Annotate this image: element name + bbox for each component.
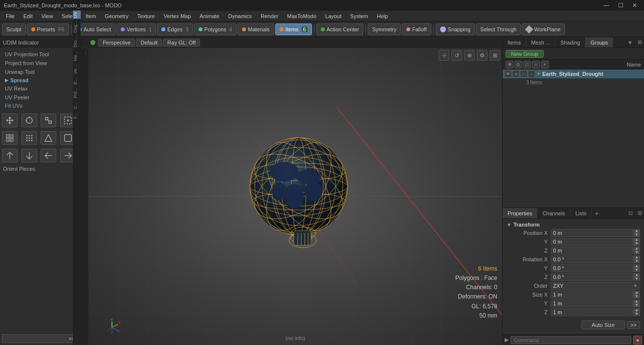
tab-shading[interactable]: Shading	[555, 37, 585, 47]
tool-icon-move[interactable]	[2, 114, 18, 127]
viewport-icon-cursor[interactable]: ⊹	[439, 50, 449, 61]
viewport-canvas[interactable]: 6 Items Polygons : Face Channels: 0 Defo…	[89, 48, 502, 345]
position-z-down[interactable]: ▼	[633, 251, 640, 254]
new-group-button[interactable]: New Group	[506, 50, 544, 58]
position-x-value[interactable]: 0 m	[551, 229, 633, 237]
position-y-value[interactable]: 0 m	[551, 238, 633, 246]
arrow-left-tool[interactable]	[41, 149, 56, 162]
expand-bottom-button[interactable]: >>	[627, 321, 640, 329]
rotation-y-down[interactable]: ▼	[633, 268, 640, 272]
menu-file[interactable]: File	[2, 12, 19, 20]
auto-size-button[interactable]: Auto Size	[581, 321, 625, 329]
groups-lock-icon[interactable]: ⊙	[514, 61, 522, 69]
tabs-fullscreen-button[interactable]: ⊞	[636, 38, 644, 46]
sculpt-button[interactable]: Sculpt	[2, 23, 26, 35]
default-button[interactable]: Default	[136, 39, 162, 46]
vertices-button[interactable]: Vertices 1	[116, 23, 156, 35]
transform-section-header[interactable]: ▼ Transform	[505, 221, 642, 229]
edges-button[interactable]: Edges 3	[157, 23, 193, 35]
group-expand-icon[interactable]: +	[537, 70, 540, 77]
group-eye-icon[interactable]: 👁	[505, 70, 511, 77]
symmetry-button[interactable]: Symmetry	[368, 23, 401, 35]
menu-animate[interactable]: Animate	[196, 12, 223, 20]
materials-button[interactable]: Materials	[238, 23, 274, 35]
group-box-icon[interactable]: □	[520, 70, 527, 77]
size-y-down[interactable]: ▼	[633, 303, 640, 307]
groups-plus-icon[interactable]: +	[541, 61, 549, 69]
menu-edit[interactable]: Edit	[20, 12, 37, 20]
position-z-value[interactable]: 0 m	[551, 247, 633, 254]
e-tab[interactable]: E...	[73, 76, 81, 87]
size-y-value[interactable]: 1 m	[551, 299, 633, 307]
window-controls[interactable]: — ☐ ✕	[600, 1, 640, 10]
viewport-icon-expand[interactable]: ⊞	[489, 50, 500, 61]
ve-tab[interactable]: Ve...	[73, 63, 81, 76]
tool-icon-dots[interactable]	[22, 131, 37, 145]
groups-eye-icon[interactable]: 👁	[506, 61, 513, 69]
size-z-value[interactable]: 1 m	[551, 308, 633, 316]
tab-mesh[interactable]: Mesh ...	[526, 37, 555, 47]
rotation-y-value[interactable]: 0.0 °	[551, 264, 633, 272]
rotation-z-down[interactable]: ▼	[633, 277, 640, 281]
viewport-icon-refresh[interactable]: ↺	[451, 50, 462, 61]
group-dot-icon[interactable]: ⊙	[512, 70, 519, 77]
action-center-button[interactable]: Action Center	[316, 23, 364, 35]
minimize-button[interactable]: —	[600, 1, 612, 10]
viewport-icon-zoom[interactable]: ⊕	[464, 50, 475, 61]
pol-tab[interactable]: Pol...	[73, 86, 81, 100]
position-y-down[interactable]: ▼	[633, 242, 640, 246]
tool-icon-scale[interactable]	[41, 114, 56, 127]
props-minimize-icon[interactable]: ⊡	[626, 209, 635, 217]
tab-channels[interactable]: Channels	[537, 208, 570, 218]
tool-icon-rotate[interactable]	[22, 114, 37, 127]
snapping-button[interactable]: Snapping	[436, 23, 475, 35]
me-tab[interactable]: Me...	[73, 49, 81, 63]
size-z-down[interactable]: ▼	[633, 312, 640, 316]
tab-items[interactable]: Items	[503, 37, 526, 47]
tab-properties[interactable]: Properties	[503, 208, 537, 218]
menu-geometry[interactable]: Geometry	[101, 12, 132, 20]
add-tab-button[interactable]: +	[592, 208, 601, 218]
menu-help[interactable]: Help	[373, 12, 392, 20]
polygons-button[interactable]: Polygons 4	[194, 23, 237, 35]
tool-icon-grid[interactable]	[2, 131, 18, 145]
maximize-button[interactable]: ☐	[615, 1, 626, 10]
props-expand-bottom[interactable]: >>	[627, 321, 640, 329]
tool-icon-triangle[interactable]	[41, 131, 56, 145]
menu-max-to-modo[interactable]: MaxToModo	[283, 12, 320, 20]
command-input[interactable]	[511, 336, 631, 344]
persp-strip-tab[interactable]: ...	[81, 48, 89, 58]
uv-peeler-tool[interactable]: UV Peeler	[2, 93, 78, 102]
workplane-button[interactable]: WorkPlane	[522, 23, 565, 35]
tab-lists[interactable]: Lists	[571, 208, 592, 218]
menu-texture[interactable]: Texture	[133, 12, 159, 20]
rotation-x-down[interactable]: ▼	[633, 259, 640, 263]
uv-relax-tool[interactable]: UV Relax	[2, 84, 78, 93]
more-button[interactable]: >>	[2, 334, 78, 343]
menu-system[interactable]: System	[346, 12, 372, 20]
group-circle-icon[interactable]: ○	[528, 70, 535, 77]
viewport[interactable]: ... Perspective Default Ray GL: Off	[81, 37, 502, 345]
tab-groups[interactable]: Groups	[585, 37, 613, 47]
groups-render-icon[interactable]: ○	[532, 61, 540, 69]
project-from-view-tool[interactable]: Project from View	[2, 59, 78, 68]
unwrap-tool[interactable]: Unwrap Tool	[2, 68, 78, 76]
fit-uvs-label[interactable]: Fit UVs	[2, 102, 78, 110]
menu-layout[interactable]: Layout	[321, 12, 345, 20]
close-button[interactable]: ✕	[629, 1, 640, 10]
c-tab[interactable]: C...	[73, 100, 81, 111]
rotation-x-value[interactable]: 0.0 °	[551, 255, 633, 263]
rotation-z-value[interactable]: 0.0 °	[551, 273, 633, 281]
size-x-down[interactable]: ▼	[633, 295, 640, 299]
uv-projection-tool[interactable]: UV Projection Tool	[2, 50, 78, 59]
ray-gl-button[interactable]: Ray GL: Off	[163, 39, 200, 46]
arrow-up-tool[interactable]	[2, 149, 18, 162]
tabs-expand-button[interactable]: ▼	[624, 39, 636, 46]
falloff-button[interactable]: Falloff	[402, 23, 431, 35]
perspective-button[interactable]: Perspective	[98, 39, 135, 46]
order-dropdown[interactable]: ZXY ▼	[551, 282, 640, 290]
menu-item[interactable]: Item	[82, 12, 100, 20]
arrow-down-tool[interactable]	[22, 149, 37, 162]
groups-vis-icon[interactable]: □	[523, 61, 531, 69]
viewport-icon-settings[interactable]: ⚙	[477, 50, 488, 61]
